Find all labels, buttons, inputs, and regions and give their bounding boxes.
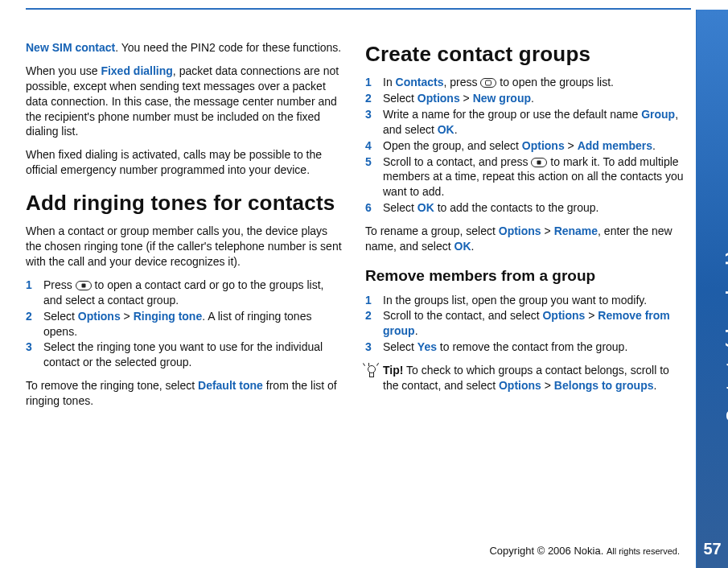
list-item: 2 Scroll to the contact, and select Opti… [365,308,684,339]
step-number: 3 [26,340,32,355]
list-item: 4 Open the group, and select Options > A… [365,138,684,154]
steps-ringing-tones: 1 Press to open a contact card or go to … [26,278,344,370]
paragraph: To remove the ringing tone, select Defau… [26,378,344,409]
text: . [531,92,534,105]
text: In [383,76,396,88]
tip-label: Tip! [383,364,403,377]
text: to open the groups list. [496,76,614,88]
list-item: 2 Select Options > Ringing tone. A list … [26,309,344,340]
step-number: 3 [365,107,372,122]
term-group: Group [641,108,675,121]
list-item: 1 Press to open a contact card or go to … [26,278,344,308]
text: . [415,324,418,337]
term-default-tone: Default tone [198,379,263,392]
step-number: 6 [365,200,372,216]
text: Scroll to the contact, and select [383,309,542,322]
list-item: 5 Scroll to a contact, and press to mark… [365,154,684,200]
tip-block: Tip! To check to which groups a contact … [365,363,684,393]
term-options: Options [542,309,585,322]
step-number: 4 [365,138,372,154]
list-item: 1 In the groups list, open the group you… [365,293,684,308]
list-item: 1 In Contacts, press to open the groups … [365,75,684,90]
step-number: 1 [365,75,372,90]
text: . [654,379,657,392]
term-add-members: Add members [578,139,652,152]
paragraph: When you use Fixed dialling, packet data… [26,64,344,139]
copyright-text: Copyright © 2006 Nokia. [489,545,603,557]
step-number: 2 [26,309,32,324]
text: > [541,224,554,237]
list-item: 2 Select Options > New group. [365,91,684,106]
term-options: Options [499,224,541,237]
text: > [585,309,598,322]
list-item: 6 Select OK to add the contacts to the g… [365,200,684,216]
text: > [565,139,578,152]
text: . [454,123,458,136]
step-number: 1 [365,293,372,308]
text: > [541,379,554,392]
term-yes: Yes [417,340,437,353]
list-item: 3 Select Yes to remove the contact from … [365,340,684,355]
term-options: Options [499,379,541,392]
term-new-group: New group [473,92,531,105]
text: . [652,139,656,152]
nav-key-icon [480,78,496,88]
text: Select [383,340,417,353]
term-belongs-to-groups: Belongs to groups [554,379,654,392]
steps-create-groups: 1 In Contacts, press to open the groups … [365,75,684,216]
step-number: 2 [365,91,372,106]
text: , press [443,76,480,88]
step-number: 5 [365,154,372,170]
top-rule [26,8,691,10]
heading-create-contact-groups: Create contact groups [365,40,684,68]
term-options: Options [522,139,565,152]
text: . You need the PIN2 code for these funct… [115,41,341,54]
term-ok: OK [454,240,471,253]
step-number: 3 [365,340,372,355]
list-item: 3 Select the ringing tone you want to us… [26,340,344,370]
text: Select the ringing tone you want to use … [43,340,323,368]
paragraph: New SIM contact. You need the PIN2 code … [26,40,344,56]
text: Scroll to a contact, and press [383,155,531,168]
left-column: New SIM contact. You need the PIN2 code … [26,40,344,483]
text: Press [43,278,76,291]
text: > [460,92,473,105]
text: to add the contacts to the group. [434,201,599,214]
heading-add-ringing-tones: Add ringing tones for contacts [26,189,344,217]
right-column: Create contact groups 1 In Contacts, pre… [365,40,684,483]
text: To remove the ringing tone, select [26,379,198,392]
paragraph: When a contact or group member calls you… [26,224,344,270]
footer-copyright: Copyright © 2006 Nokia. All rights reser… [489,544,680,558]
text: Write a name for the group or use the de… [383,108,641,121]
term-options: Options [417,92,460,105]
text: In the groups list, open the group you w… [383,294,647,307]
text: When you use [26,64,101,77]
term-rename: Rename [554,224,598,237]
text: Select [383,201,417,214]
text: Select [383,92,417,105]
term-fixed-dialling: Fixed dialling [101,64,172,77]
side-tab: Contacts (phonebook) 57 [696,10,728,568]
steps-remove-members: 1 In the groups list, open the group you… [365,293,684,356]
term-ok: OK [417,201,434,214]
term-options: Options [78,310,121,323]
text: . [471,240,475,253]
step-number: 2 [365,308,372,323]
text: To rename a group, select [365,224,499,237]
section-label: Contacts (phonebook) [722,251,728,422]
step-number: 1 [26,278,32,293]
term-ringing-tone: Ringing tone [134,310,203,323]
term-ok: OK [438,123,454,136]
tip-icon [365,364,376,379]
text: Open the group, and select [383,139,522,152]
list-item: 3 Write a name for the group or use the … [365,107,684,138]
page-body: New SIM contact. You need the PIN2 code … [0,0,728,515]
term-new-sim-contact: New SIM contact [26,41,115,54]
term-contacts: Contacts [396,76,444,88]
select-key-icon [76,281,92,290]
text: to remove the contact from the group. [437,340,627,353]
select-key-icon [531,158,547,167]
page-number: 57 [697,538,728,560]
text: > [121,310,134,323]
copyright-suffix: All rights reserved. [607,546,680,556]
